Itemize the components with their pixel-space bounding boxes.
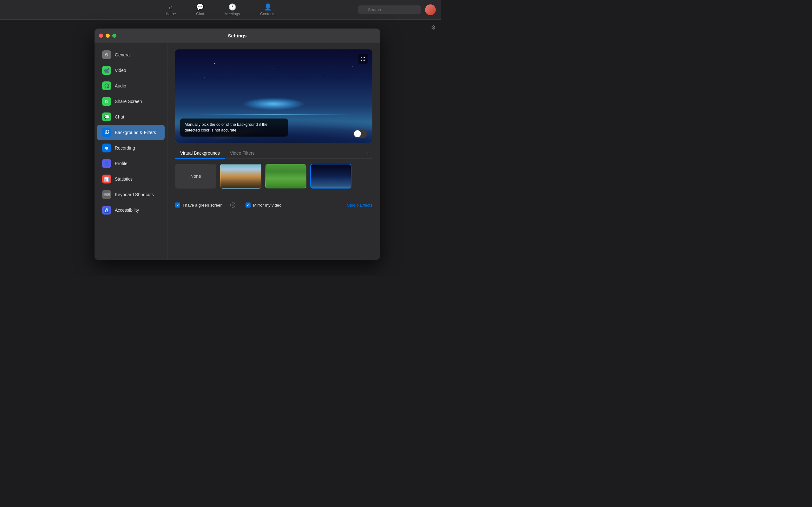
sidebar-item-recording[interactable]: ⏺ Recording [97,140,165,156]
settings-body: ⚙ General 📹 Video 🎧 Audio 🖥 Share Screen… [95,43,380,260]
video-icon: 📹 [102,66,111,75]
nav-tab-meetings[interactable]: 🕐 Meetings [221,1,244,18]
sidebar-item-chat[interactable]: 💬 Chat [97,109,165,124]
fullscreen-button[interactable] [358,54,368,64]
sidebar-label-video: Video [115,68,126,73]
color-pick-toggle[interactable] [353,130,367,138]
background-preview: Manually pick the color of the backgroun… [175,49,372,143]
sidebar-item-background[interactable]: 🖼 Background & Filters [97,125,165,140]
settings-main: Manually pick the color of the backgroun… [167,43,380,260]
audio-icon: 🎧 [102,81,111,90]
sidebar-item-audio[interactable]: 🎧 Audio [97,78,165,94]
settings-sidebar: ⚙ General 📹 Video 🎧 Audio 🖥 Share Screen… [95,43,167,260]
green-screen-label[interactable]: ✓ I have a green screen [175,203,223,208]
background-options: ✓ I have a green screen ? ✓ Mirror my vi… [175,196,372,208]
home-icon: ⌂ [169,3,172,11]
nav-tab-meetings-label: Meetings [224,12,240,16]
sidebar-item-keyboard[interactable]: ⌨ Keyboard Shortcuts [97,187,165,202]
meetings-icon: 🕐 [229,3,236,11]
nav-tab-contacts[interactable]: 👤 Contacts [256,1,279,18]
sidebar-item-statistics[interactable]: 📊 Statistics [97,171,165,187]
contacts-icon: 👤 [264,3,272,11]
chat-icon: 💬 [196,3,204,11]
accessibility-icon: ♿ [102,206,111,215]
sidebar-label-share-screen: Share Screen [115,99,142,104]
avatar[interactable] [425,4,436,15]
mirror-video-checkbox[interactable]: ✓ [246,203,251,208]
nav-tab-chat-label: Chat [196,12,204,16]
window-close-button[interactable] [99,34,103,38]
sidebar-label-general: General [115,52,131,57]
profile-icon: 👤 [102,159,111,168]
tooltip-text: Manually pick the color of the backgroun… [185,122,267,133]
sidebar-label-keyboard: Keyboard Shortcuts [115,192,154,197]
tab-video-filters[interactable]: Video Filters [225,148,260,159]
window-controls [99,34,116,38]
nav-tab-chat[interactable]: 💬 Chat [192,1,208,18]
chat-sidebar-icon: 💬 [102,112,111,121]
bg-thumb-grass[interactable] [265,164,306,188]
sidebar-item-share-screen[interactable]: 🖥 Share Screen [97,94,165,109]
sidebar-item-video[interactable]: 📹 Video [97,63,165,78]
nav-tabs: ⌂ Home 💬 Chat 🕐 Meetings 👤 Contacts [162,1,279,18]
statistics-icon: 📊 [102,175,111,183]
preview-horizon [175,114,372,115]
background-icon: 🖼 [102,128,111,137]
nav-tab-home-label: Home [165,12,176,16]
mirror-video-label[interactable]: ✓ Mirror my video [246,203,282,208]
sidebar-label-recording: Recording [115,146,135,151]
general-icon: ⚙ [102,50,111,59]
sidebar-label-accessibility: Accessibility [115,208,139,213]
background-thumbnails: None [175,164,372,188]
share-screen-icon: 🖥 [102,97,111,106]
bg-thumb-space[interactable] [310,164,351,188]
preview-tooltip: Manually pick the color of the backgroun… [180,118,288,137]
sidebar-item-accessibility[interactable]: ♿ Accessibility [97,203,165,218]
keyboard-icon: ⌨ [102,190,111,199]
sidebar-label-audio: Audio [115,83,126,89]
nav-tab-contacts-label: Contacts [260,12,275,16]
tab-virtual-backgrounds[interactable]: Virtual Backgrounds [175,148,225,159]
preview-glow [242,98,305,110]
sidebar-label-chat: Chat [115,114,124,119]
window-minimize-button[interactable] [106,34,110,38]
background-tabs: Virtual Backgrounds Video Filters + [175,148,372,159]
toggle-knob [354,130,361,137]
add-background-button[interactable]: + [363,149,372,158]
sidebar-label-statistics: Statistics [115,176,133,181]
window-maximize-button[interactable] [112,34,116,38]
avatar-image [425,4,436,15]
settings-title: Settings [228,33,247,38]
top-bar-right: 🔍 [358,4,436,15]
gear-button[interactable]: ⚙ [431,24,436,31]
sidebar-label-background: Background & Filters [115,130,156,135]
bg-thumb-bridge[interactable] [220,164,261,188]
recording-icon: ⏺ [102,144,111,153]
studio-effects-button[interactable]: Studio Effects [347,203,372,208]
search-input[interactable] [358,5,421,14]
green-screen-checkbox[interactable]: ✓ [175,203,180,208]
settings-titlebar: Settings [95,29,380,43]
green-screen-help-icon[interactable]: ? [230,203,235,208]
sidebar-label-profile: Profile [115,161,128,166]
fullscreen-icon [360,56,365,61]
top-bar: ⌂ Home 💬 Chat 🕐 Meetings 👤 Contacts 🔍 [0,0,441,20]
sidebar-item-general[interactable]: ⚙ General [97,47,165,62]
sidebar-item-profile[interactable]: 👤 Profile [97,156,165,171]
settings-window: Settings ⚙ General 📹 Video 🎧 Audio 🖥 Sha… [95,29,380,260]
bg-thumb-none[interactable]: None [175,164,216,188]
search-wrapper: 🔍 [358,5,421,14]
nav-tab-home[interactable]: ⌂ Home [162,2,180,18]
